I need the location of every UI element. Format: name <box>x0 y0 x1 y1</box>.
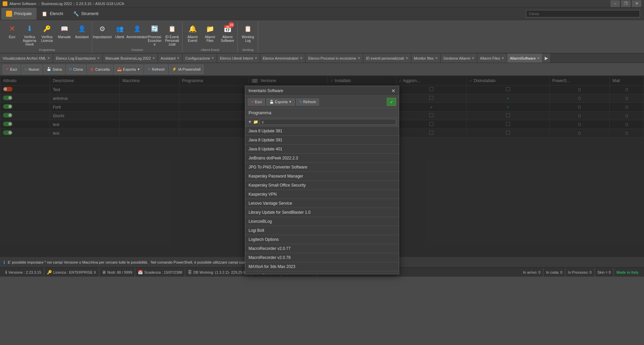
ribbon-utenti-button[interactable]: 👥 Utenti <box>112 22 128 40</box>
tab-elenco-utenti-label: Elenco Utenti Interni <box>220 56 253 60</box>
modal-list-item[interactable]: Kaspersky VPN <box>245 190 399 199</box>
app-title: Allarmi Software <box>9 2 36 6</box>
modal-list-item[interactable]: LicenzeBLog <box>245 217 399 226</box>
menu-strumenti[interactable]: 🔧 Strumenti <box>68 8 103 20</box>
tab-eventi-close[interactable]: ✕ <box>406 56 408 60</box>
modal-confirm-button[interactable]: ✓ <box>387 98 396 106</box>
tab-eventi[interactable]: ID eventi personalizzati ✕ <box>363 54 411 63</box>
tab-elenco-log-close[interactable]: ✕ <box>97 56 100 60</box>
tab-allarmi-files[interactable]: Allarmi Files ✕ <box>477 54 507 63</box>
tab-assistant-close[interactable]: ✕ <box>177 56 179 60</box>
tab-elenco-amm[interactable]: Elenco Amministratori ✕ <box>260 54 306 63</box>
toolbar-esporta-button[interactable]: 📤 Esporta ▼ <box>114 65 143 74</box>
modal-esci-button[interactable]: ✕ Esci <box>248 98 265 106</box>
modal-list-item[interactable]: Logi Bolt <box>245 226 399 235</box>
search-input[interactable] <box>526 10 640 17</box>
modal-list-item[interactable]: Kaspersky Password Manager <box>245 172 399 181</box>
processi-icon: 🔄 <box>149 23 160 34</box>
modal-list-item[interactable]: Java 8 Update 401 <box>245 145 399 154</box>
toolbar-nuovo-button[interactable]: + Nuovo <box>21 65 42 74</box>
ribbon-allarmi-files-button[interactable]: 📁 Allarmi Files <box>202 22 218 44</box>
tab-allarmi-files-close[interactable]: ✕ <box>501 56 504 60</box>
ribbon-esci-button[interactable]: ✕ Esci <box>4 22 20 40</box>
toolbar-esci-button[interactable]: ✕ Esci <box>3 65 20 74</box>
ribbon-utenti-label: Utenti <box>115 35 124 39</box>
ribbon-processi-button[interactable]: 🔄 Processi Eccezione <box>147 22 163 48</box>
toolbar-cancella-button[interactable]: 🗑 Cancella <box>87 65 113 74</box>
modal-filter-input[interactable] <box>260 119 396 125</box>
ribbon-working-log-button[interactable]: 📋 Working Log <box>240 22 256 44</box>
modal-esporta-button[interactable]: 💾 Esporta ▼ <box>266 98 295 106</box>
status-skin: Skin = 0 <box>595 268 614 277</box>
menu-elenchi[interactable]: 📋 Elenchi <box>37 8 68 20</box>
tab-monitor-files[interactable]: Monitor files ✕ <box>411 54 441 63</box>
tab-gestione-allarmi[interactable]: Gestione Allarmi ✕ <box>441 54 477 63</box>
users-icon: 👥 <box>114 23 125 34</box>
modal-list-item[interactable]: Kaspersky Small Office Security <box>245 181 399 190</box>
toolbar-clona-button[interactable]: ⧉ Clona <box>66 65 86 74</box>
ribbon-allarmi-software-label: Allarmi Software <box>220 35 235 43</box>
ribbon-group-allarmi: 🔔 Allarmi Eventi 📁 Allarmi Files 📅 16 Al… <box>182 21 238 53</box>
modal-list-item[interactable]: MacroRecorder v2.0.78 <box>245 253 399 262</box>
tab-processi[interactable]: Elenco Processi in eccezione ✕ <box>306 54 363 63</box>
tab-allarmi-software-close[interactable]: ✕ <box>537 56 540 60</box>
alarm-events-icon: 🔔 <box>187 23 198 34</box>
status-nodi-label: Nodi: 68 / 9999 <box>107 270 132 274</box>
modal-list-item[interactable]: MAXtoA for 3ds Max 2023 <box>245 262 399 271</box>
tab-elenco-utenti-close[interactable]: ✕ <box>255 56 257 60</box>
toolbar-salva-button[interactable]: 💾 Salva <box>44 65 65 74</box>
alarm-software-wrapper: 📅 16 <box>222 23 233 34</box>
restore-button[interactable]: ❐ <box>621 0 631 7</box>
ribbon-eventi-button[interactable]: 📋 ID Eventi Personalizzati <box>164 22 180 48</box>
modal-list-item[interactable]: MacroRecorder v2.0.77 <box>245 244 399 253</box>
toolbar-refresh-button[interactable]: ↻ Refresh <box>145 65 168 74</box>
modal-list-item[interactable]: Logitech Options <box>245 235 399 244</box>
tab-more-button[interactable]: ▶ <box>543 54 550 63</box>
minimize-button[interactable]: − <box>610 0 620 7</box>
ribbon-verifica-lic-button[interactable]: 🔑 Verifica Licenza <box>39 22 55 44</box>
modal-refresh-button[interactable]: ↻ Refresh <box>296 98 319 106</box>
tab-manuale-close[interactable]: ✕ <box>152 56 155 60</box>
menu-principale[interactable]: Principale <box>1 8 37 20</box>
tab-manuale[interactable]: Manuale BusinessLog 2022 ✕ <box>103 54 158 63</box>
modal-close-button[interactable]: ✕ <box>391 88 395 93</box>
modal-list-item[interactable]: McAfee® <box>245 271 399 274</box>
toolbar-exit-icon: ✕ <box>6 67 9 71</box>
modal-list-item[interactable]: JPG To PNG Converter Software <box>245 163 399 172</box>
ribbon-allarmi-eventi-button[interactable]: 🔔 Allarmi Eventi <box>184 22 201 44</box>
close-button[interactable]: ✕ <box>632 0 641 7</box>
tab-elenco-amm-close[interactable]: ✕ <box>300 56 303 60</box>
modal-list-item[interactable]: Java 8 Update 391 <box>245 136 399 145</box>
tab-assistant[interactable]: Assistant ✕ <box>158 54 183 63</box>
modal-list-item[interactable]: Java 8 Update 381 <box>245 127 399 136</box>
ribbon-manuale-button[interactable]: 📖 Manuale <box>56 22 72 40</box>
tab-elenco-log[interactable]: Elenco Log Esportazioni ✕ <box>53 54 103 63</box>
tab-manuale-label: Manuale BusinessLog 2022 <box>105 56 151 60</box>
toolbar-ia-powershell-button[interactable]: ⚡ IA Powershell <box>169 65 204 74</box>
tab-monitor-files-close[interactable]: ✕ <box>435 56 438 60</box>
modal-title: Inventario Software <box>249 88 283 93</box>
ribbon-working-group-label: Working <box>243 48 254 52</box>
principale-icon <box>6 11 12 17</box>
tab-gestione-allarmi-close[interactable]: ✕ <box>472 56 474 60</box>
ribbon-amm-button[interactable]: 👤 Amministratori <box>129 22 145 40</box>
ribbon-assistant-button[interactable]: 👤 Assistant <box>74 22 90 40</box>
ribbon-verifica-agg-button[interactable]: ⬇ Verifica Aggiornamenti <box>21 22 38 48</box>
ribbon-allarmi-group-label: Allarmi Eventi <box>201 48 219 52</box>
tab-allarmi-software[interactable]: AllarmiSoftware ✕ <box>507 54 543 63</box>
tab-visualizzatore-close[interactable]: ✕ <box>47 56 50 60</box>
modal-list-item[interactable]: Lenovo Vantage Service <box>245 199 399 208</box>
status-license-icon: 🔑 <box>47 270 52 275</box>
modal-list-item[interactable]: JetBrains dotPeek 2022.2.3 <box>245 154 399 163</box>
tab-configurazione[interactable]: Configurazione ✕ <box>182 54 217 63</box>
tab-elenco-utenti[interactable]: Elenco Utenti Interni ✕ <box>217 54 260 63</box>
modal-list-item[interactable]: Library Update for SendBlaster 1.0 <box>245 208 399 217</box>
status-in-arrivo: In arrivo: 0 <box>520 268 543 277</box>
ribbon-impostazioni-button[interactable]: ⚙ Impostazioni <box>94 22 110 40</box>
tab-visualizzatore[interactable]: Visualizzatore Archivi XML ✕ <box>0 54 53 63</box>
tab-configurazione-close[interactable]: ✕ <box>211 56 214 60</box>
status-made-in-italy: Made in Italy <box>614 268 641 277</box>
toolbar-salva-label: Salva <box>53 67 62 71</box>
ribbon-allarmi-software-button[interactable]: 📅 16 Allarmi Software <box>219 22 235 44</box>
tab-processi-close[interactable]: ✕ <box>358 56 360 60</box>
